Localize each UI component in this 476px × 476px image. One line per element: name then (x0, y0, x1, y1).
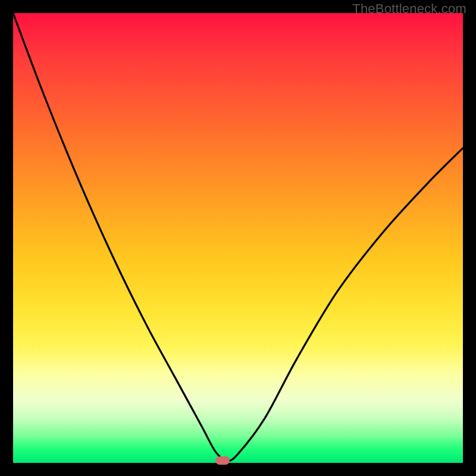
watermark-text: TheBottleneck.com (352, 1, 466, 17)
chart-frame: TheBottleneck.com (0, 0, 476, 476)
plot-gradient-background (13, 13, 463, 463)
optimal-point-marker (215, 456, 230, 465)
